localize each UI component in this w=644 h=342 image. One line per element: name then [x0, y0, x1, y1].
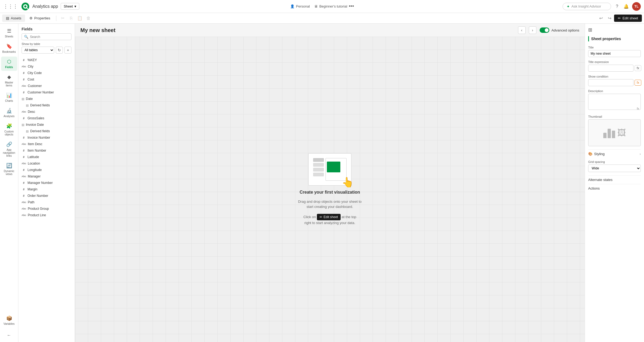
charts-icon: 📊: [6, 92, 12, 98]
field-item[interactable]: #Order Number: [18, 193, 75, 199]
properties-tab[interactable]: ⚙ Properties: [26, 15, 54, 22]
field-name: City Code: [28, 71, 42, 75]
fields-panel: Fields 🔍 Show by table All tables ↻ + #%…: [18, 24, 75, 342]
field-type-icon: #: [22, 91, 26, 94]
right-panel: ⊞ Sheet properties Title Title expressio…: [585, 24, 644, 342]
field-name: Location: [28, 162, 40, 165]
tutorial-badge[interactable]: 🖥 Beginner's tutorial •••: [314, 4, 354, 9]
create-desc-4: at the top: [342, 215, 356, 219]
create-description: Drag and drop objects onto your sheet to…: [298, 199, 362, 210]
help-icon[interactable]: ?: [614, 3, 620, 10]
field-item[interactable]: ▤Derived fields: [18, 128, 75, 134]
sidebar-back-button[interactable]: ←: [1, 331, 17, 340]
field-item[interactable]: AbcProduct Line: [18, 212, 75, 218]
refresh-button[interactable]: ↻: [56, 47, 63, 54]
sidebar-item-fields[interactable]: ⬡ Fields: [1, 57, 17, 71]
prev-sheet-button[interactable]: ‹: [518, 26, 526, 34]
field-item[interactable]: AbcProduct Group: [18, 205, 75, 212]
undo-button[interactable]: ↩: [597, 14, 605, 22]
paste-button[interactable]: 📋: [76, 14, 84, 22]
advanced-options-toggle[interactable]: Advanced options: [540, 27, 579, 33]
qlik-logo: [21, 2, 30, 11]
field-type-icon: Abc: [22, 175, 26, 178]
sidebar-item-master-items[interactable]: ◆ Master items: [1, 72, 17, 89]
field-item[interactable]: AbcPath: [18, 199, 75, 205]
field-item[interactable]: #Longitude: [18, 167, 75, 173]
copy-button[interactable]: ⎘: [67, 14, 75, 22]
redo-button[interactable]: ↪: [605, 14, 614, 22]
field-item[interactable]: #Latitude: [18, 154, 75, 160]
canvas-grid[interactable]: 👆 Create your first visualization Drag a…: [75, 37, 585, 342]
tutorial-more-icon[interactable]: •••: [349, 4, 354, 9]
table-select[interactable]: All tables: [22, 47, 54, 54]
grid-spacing-select[interactable]: Wide: [588, 165, 641, 172]
search-input[interactable]: [30, 35, 69, 39]
styling-section[interactable]: 🎨 Styling ›: [588, 149, 641, 158]
show-condition-input[interactable]: [588, 79, 633, 86]
actions-section[interactable]: Actions: [588, 184, 641, 193]
delete-button[interactable]: 🗑: [84, 14, 93, 22]
edit-sheet-inline-icon: ✏: [320, 215, 322, 219]
field-item[interactable]: AbcLocation: [18, 160, 75, 167]
sidebar-item-dynamic-views[interactable]: 🔄 Dynamic views: [1, 160, 17, 178]
sidebar-item-analyses[interactable]: 🔬 Analyses: [1, 106, 17, 120]
app-name: Analytics app: [32, 4, 58, 9]
field-item[interactable]: #GrossSales: [18, 115, 75, 121]
field-item[interactable]: AbcCustomer: [18, 83, 75, 89]
sidebar-item-custom-objects[interactable]: 🧩 Custom objects: [1, 121, 17, 138]
field-item[interactable]: AbcCity: [18, 63, 75, 70]
notifications-icon[interactable]: 🔔: [623, 3, 629, 10]
advanced-options-toggle-switch[interactable]: [540, 27, 549, 33]
field-type-icon: Abc: [22, 201, 26, 204]
assets-tab[interactable]: ▤ Assets: [2, 15, 25, 22]
ask-advisor[interactable]: ✦ Ask Insight Advisor: [563, 3, 611, 10]
next-sheet-button[interactable]: ›: [529, 26, 536, 34]
field-item[interactable]: ▤Date: [18, 96, 75, 102]
field-item[interactable]: AbcDesc: [18, 109, 75, 115]
field-item[interactable]: AbcManager: [18, 173, 75, 180]
field-item[interactable]: ▤Invoice Date: [18, 121, 75, 128]
title-expression-input[interactable]: [588, 65, 633, 72]
field-item[interactable]: #Cost: [18, 76, 75, 83]
field-item[interactable]: #Manager Number: [18, 180, 75, 186]
sidebar-item-sheets[interactable]: ☰ Sheets: [1, 26, 17, 40]
description-textarea[interactable]: [588, 94, 641, 110]
cut-button[interactable]: ✂: [59, 14, 67, 22]
edit-sheet-button[interactable]: ✏ Edit sheet: [614, 15, 642, 22]
add-button[interactable]: +: [64, 47, 71, 54]
thumb-bar-2: [608, 129, 611, 138]
field-item[interactable]: #%KEY: [18, 57, 75, 63]
field-item[interactable]: #Invoice Number: [18, 134, 75, 141]
sidebar-item-bookmarks[interactable]: 🔖 Bookmarks: [1, 41, 17, 55]
thumbnail-box[interactable]: 🖼: [588, 119, 641, 146]
alternate-states-section[interactable]: Alternate states: [588, 175, 641, 184]
field-item[interactable]: #Margin: [18, 186, 75, 193]
personal-icon: 👤: [290, 4, 294, 8]
sidebar-item-app-nav[interactable]: 🔗 App navigation links: [1, 139, 17, 159]
properties-tab-label: Properties: [34, 16, 50, 20]
sidebar-item-charts[interactable]: 📊 Charts: [1, 90, 17, 104]
title-input[interactable]: [588, 50, 641, 57]
title-expression-fx-button[interactable]: fx: [635, 65, 641, 71]
field-item[interactable]: #City Code: [18, 70, 75, 76]
field-item[interactable]: #Item Number: [18, 147, 75, 154]
field-type-icon: #: [22, 117, 26, 120]
field-name: Product Line: [28, 213, 46, 217]
personal-badge[interactable]: 👤 Personal: [290, 4, 310, 8]
avatar[interactable]: TL: [632, 2, 641, 11]
edit-sheet-inline[interactable]: ✏ Edit sheet: [317, 214, 341, 220]
show-by-table-label: Show by table: [22, 42, 71, 46]
topbar-right: ✦ Ask Insight Advisor ? 🔔 TL: [357, 2, 641, 11]
description-fx-button[interactable]: fx: [637, 107, 639, 110]
show-condition-fx-button[interactable]: fx: [635, 80, 641, 86]
panel-header-icon[interactable]: ⊞: [588, 27, 641, 33]
sidebar-item-variables[interactable]: 📦 Variables: [1, 313, 17, 327]
field-item[interactable]: #Customer Number: [18, 89, 75, 96]
thumbnail-icon: 🖼: [617, 128, 626, 138]
field-name: Item Desc: [28, 142, 42, 146]
field-item[interactable]: AbcItem Desc: [18, 141, 75, 147]
field-item[interactable]: ▤Derived fields: [18, 102, 75, 109]
canvas-header: My new sheet ‹ › Advanced options: [75, 24, 585, 37]
menu-icon[interactable]: ⋮⋮⋮: [3, 4, 18, 9]
sheet-dropdown[interactable]: Sheet ▾: [61, 3, 79, 10]
